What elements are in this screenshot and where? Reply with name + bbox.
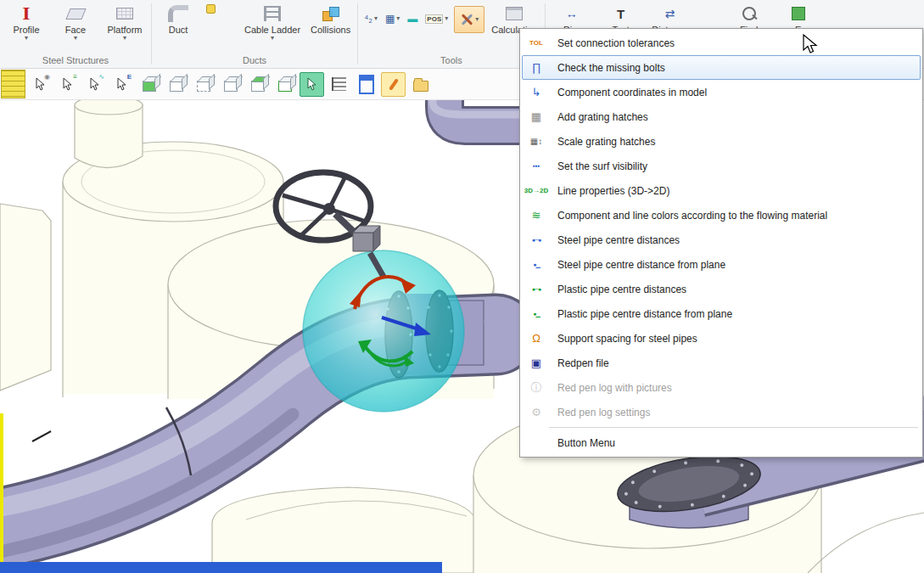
menu-item-steel-pipe-centre-distances[interactable]: ●─● Steel pipe centre distances	[522, 228, 921, 252]
redline-note-icon[interactable]	[381, 72, 406, 97]
ribbon-group-ducts: Duct Cable Ladder ▾ Collisions Ducts	[152, 0, 357, 68]
menu-item-plastic-pipe-centre-distances[interactable]: ●─● Plastic pipe centre distances	[522, 277, 921, 301]
menu-item-label: Scale grating hatches	[550, 136, 655, 148]
menu-item-label: Red pen log settings	[550, 407, 650, 419]
panel-tool-button[interactable]: ▬	[405, 11, 420, 26]
menu-item-label: Plastic pipe centre distances	[550, 284, 686, 295]
select-steel-icon[interactable]: ≡	[55, 72, 80, 97]
chevron-down-icon: ▾	[374, 16, 378, 21]
menu-item-label: Plastic pipe centre distance from plane	[550, 308, 732, 320]
menu-item-label: Button Menu	[550, 437, 615, 449]
collisions-label: Collisions	[311, 25, 350, 35]
menu-item-plastic-pipe-distance-from-plane[interactable]: ●▁ Plastic pipe centre distance from pla…	[522, 301, 921, 326]
select-equipment-icon[interactable]: E	[109, 72, 134, 97]
select-inside-box-icon[interactable]	[300, 72, 324, 97]
pipe-top-right	[433, 100, 521, 126]
menu-item-support-spacing[interactable]: Ω Support spacing for steel pipes	[522, 326, 921, 351]
face-button[interactable]: Face ▾	[53, 3, 98, 42]
group-label-tools: Tools	[361, 55, 541, 68]
grid-tool-button[interactable]: ▦ ▾	[383, 11, 402, 26]
menu-item-component-coordinates[interactable]: ↳ Component coordinates in model	[522, 80, 921, 104]
group-label-ducts: Ducts	[155, 55, 354, 68]
wire-box-icon[interactable]	[164, 72, 188, 97]
collisions-button[interactable]: Collisions	[307, 3, 354, 36]
group-label-steel-structures: Steel Structures	[3, 55, 148, 68]
cable-ladder-button[interactable]: Cable Ladder ▾	[241, 3, 304, 42]
scale-tool-icon: ⁴₂	[364, 13, 372, 25]
wire-box-4-icon[interactable]	[272, 72, 297, 97]
taskbar-fragment	[0, 562, 442, 573]
pos-tool-icon: POS	[425, 14, 443, 24]
tools-menu-button[interactable]: ▾	[454, 6, 484, 33]
calculation-icon	[506, 7, 523, 20]
duct-label: Duct	[169, 25, 188, 35]
menu-item-redpen-file[interactable]: ▣ Redpen file	[522, 351, 921, 375]
menu-item-set-connection-tolerances[interactable]: TOL Set connection tolerances	[522, 31, 921, 55]
distance-icon: ⇄	[665, 7, 675, 20]
steel-pipe-plane-icon: ●▁	[523, 259, 550, 270]
menu-item-label: Component coordinates in model	[550, 87, 707, 98]
steel-pipe-distances-icon: ●─●	[523, 234, 550, 245]
scale-tool-button[interactable]: ⁴₂ ▾	[361, 11, 380, 26]
tools-dropdown-menu: TOL Set connection tolerances ∏ Check th…	[519, 28, 923, 458]
cable-ladder-icon	[264, 6, 281, 21]
face-icon	[65, 8, 86, 20]
menu-item-label: Steel pipe centre distances	[550, 234, 680, 246]
menu-item-label: Red pen log with pictures	[550, 382, 672, 394]
yellow-edge-line	[0, 413, 3, 563]
info-icon: ⓘ	[523, 382, 550, 393]
duct-edit-icon[interactable]	[206, 4, 216, 14]
menu-item-label: Support spacing for steel pipes	[550, 333, 697, 345]
application-window: I Profile ▾ Face ▾ Platform ▾ Steel Stru…	[0, 0, 924, 573]
menu-item-flowing-material-colors[interactable]: ≋ Component and line colors according to…	[522, 203, 921, 228]
menu-item-redpen-log-pictures: ⓘ Red pen log with pictures	[522, 375, 921, 400]
annotation-tick	[32, 431, 51, 441]
collisions-icon	[322, 6, 340, 21]
menu-separator	[549, 427, 918, 428]
find-magnifier-icon	[742, 7, 756, 20]
ribbon-group-steel-structures: I Profile ▾ Face ▾ Platform ▾ Steel Stru…	[0, 0, 151, 68]
flowing-material-colors-icon: ≋	[523, 210, 550, 221]
grid-tool-icon: ▦	[385, 13, 395, 25]
wire-box-2-icon[interactable]	[191, 72, 216, 97]
block-icon[interactable]	[354, 72, 378, 97]
menu-item-check-missing-bolts[interactable]: ∏ Check the missing bolts	[522, 55, 921, 80]
menu-item-label: Steel pipe centre distance from plane	[550, 259, 725, 271]
chevron-down-icon: ▾	[271, 36, 274, 41]
menu-item-line-properties-3d-2d[interactable]: 3D→2D Line properties (3D->2D)	[522, 178, 921, 203]
menu-item-button-menu[interactable]: Button Menu	[522, 430, 921, 455]
menu-item-steel-pipe-distance-from-plane[interactable]: ●▁ Steel pipe centre distance from plane	[522, 252, 921, 277]
menu-item-label: Add grating hatches	[550, 111, 648, 123]
component-coordinates-icon: ↳	[523, 87, 550, 98]
select-component-icon[interactable]: ◉	[28, 72, 53, 97]
support-spacing-icon: Ω	[523, 333, 550, 344]
tools-wrench-icon	[460, 13, 473, 26]
chevron-down-icon: ▾	[445, 16, 448, 21]
profile-beam-icon: I	[23, 5, 31, 22]
tolerance-icon: TOL	[523, 37, 550, 48]
green-cube-icon	[792, 7, 805, 20]
menu-item-label: Set connection tolerances	[550, 37, 675, 49]
menu-item-redpen-log-settings: ⚙ Red pen log settings	[522, 400, 921, 424]
pos-tool-button[interactable]: POS ▾	[423, 13, 451, 25]
folder-icon[interactable]	[408, 72, 433, 97]
duct-button[interactable]: Duct	[155, 3, 201, 36]
chevron-down-icon: ▾	[475, 17, 479, 22]
menu-item-label: Redpen file	[550, 357, 609, 369]
wire-box-3-icon[interactable]	[218, 72, 243, 97]
green-face-box-icon[interactable]	[245, 72, 270, 97]
surf-visibility-icon: ┅	[523, 160, 550, 171]
dimension-icon: ↔	[566, 7, 578, 20]
work-list-icon[interactable]	[327, 72, 351, 97]
profile-button[interactable]: I Profile ▾	[3, 3, 49, 42]
platform-button[interactable]: Platform ▾	[102, 3, 148, 42]
vessel-bottom-center	[212, 487, 477, 573]
menu-item-label: Component and line colors according to t…	[550, 210, 827, 222]
menu-item-scale-grating-hatches[interactable]: ▦↕ Scale grating hatches	[522, 129, 921, 154]
menu-item-set-surf-visibility[interactable]: ┅ Set the surf visibility	[522, 154, 921, 178]
menu-item-add-grating-hatches[interactable]: ▦ Add grating hatches	[522, 104, 921, 129]
ruler-icon[interactable]	[1, 70, 25, 98]
green-box-icon[interactable]	[137, 72, 161, 97]
scale-grating-hatches-icon: ▦↕	[523, 136, 550, 147]
select-curve-icon[interactable]: ∿	[82, 72, 107, 97]
